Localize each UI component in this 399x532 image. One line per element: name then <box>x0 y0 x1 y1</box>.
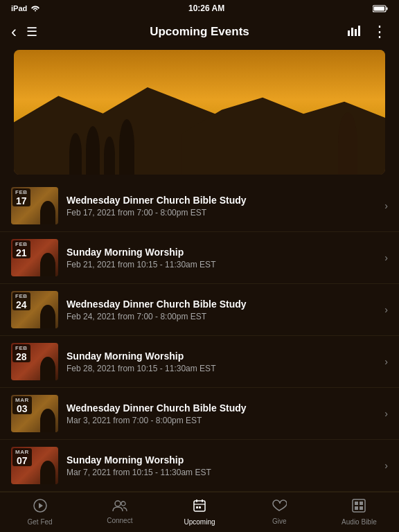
event-day: 03 <box>17 404 28 414</box>
event-date-badge: FEB 21 <box>12 240 30 258</box>
event-info: Wednesday Dinner Church Bible Study Feb … <box>66 299 376 321</box>
event-thumbnail: FEB 17 <box>11 187 58 224</box>
get-fed-icon <box>33 499 47 516</box>
tab-get-fed-label: Get Fed <box>28 518 53 526</box>
tab-audio-bible-label: Audio Bible <box>342 518 377 526</box>
tab-get-fed[interactable]: Get Fed <box>0 496 80 529</box>
chevron-right-icon: › <box>384 200 388 211</box>
event-title: Wednesday Dinner Church Bible Study <box>66 299 376 310</box>
event-info: Wednesday Dinner Church Bible Study Feb … <box>66 195 376 218</box>
nav-right: ⋮ <box>347 23 388 41</box>
event-thumbnail: FEB 21 <box>11 239 58 276</box>
chevron-right-icon: › <box>384 460 388 471</box>
event-thumbnail: MAR 07 <box>11 447 58 484</box>
svg-rect-5 <box>355 29 357 36</box>
chevron-right-icon: › <box>384 356 388 367</box>
analytics-icon[interactable] <box>347 25 361 39</box>
event-datetime: Mar 7, 2021 from 10:15 - 11:30am EST <box>66 468 376 477</box>
tab-audio-bible[interactable]: Audio Bible <box>319 496 399 529</box>
event-info: Wednesday Dinner Church Bible Study Mar … <box>66 402 376 425</box>
chevron-right-icon: › <box>384 408 388 419</box>
svg-rect-3 <box>348 30 350 36</box>
tab-upcoming[interactable]: Upcoming <box>159 496 239 529</box>
status-bar: iPad 10:26 AM <box>0 0 399 17</box>
svg-rect-16 <box>199 506 201 508</box>
svg-point-10 <box>121 502 125 506</box>
event-datetime: Feb 17, 2021 from 7:00 - 8:00pm EST <box>66 208 376 218</box>
tab-upcoming-label: Upcoming <box>184 518 215 526</box>
event-list: FEB 17 Wednesday Dinner Church Bible Stu… <box>0 180 399 495</box>
event-thumbnail: FEB 24 <box>11 291 58 328</box>
event-day: 17 <box>16 196 27 206</box>
back-button[interactable] <box>11 22 17 42</box>
event-day: 21 <box>16 248 27 258</box>
event-day: 28 <box>16 352 27 362</box>
event-date-badge: MAR 07 <box>12 448 32 466</box>
menu-button[interactable] <box>26 24 37 39</box>
tab-give[interactable]: Give <box>240 497 319 528</box>
chevron-right-icon: › <box>384 304 388 315</box>
event-day: 24 <box>16 300 27 310</box>
event-item[interactable]: FEB 17 Wednesday Dinner Church Bible Stu… <box>0 180 399 232</box>
event-thumbnail: MAR 03 <box>11 395 58 432</box>
event-title: Sunday Morning Worship <box>66 454 376 466</box>
svg-rect-20 <box>355 506 358 510</box>
svg-point-9 <box>115 501 121 506</box>
event-datetime: Feb 24, 2021 from 7:00 - 8:00pm EST <box>66 312 376 321</box>
status-left: iPad <box>11 4 40 12</box>
svg-rect-11 <box>194 501 205 511</box>
nav-left <box>11 22 37 42</box>
status-right <box>373 5 388 12</box>
status-time: 10:26 AM <box>188 3 224 13</box>
svg-rect-18 <box>355 502 358 505</box>
event-info: Sunday Morning Worship Feb 21, 2021 from… <box>66 247 376 269</box>
tab-bar: Get Fed Connect Upcoming <box>0 492 399 532</box>
event-datetime: Feb 28, 2021 from 10:15 - 11:30am EST <box>66 364 376 373</box>
event-datetime: Feb 21, 2021 from 10:15 - 11:30am EST <box>66 260 376 269</box>
event-title: Wednesday Dinner Church Bible Study <box>66 195 376 206</box>
carrier-label: iPad <box>11 4 27 12</box>
tab-connect-label: Connect <box>107 517 132 524</box>
event-title: Sunday Morning Worship <box>66 351 376 362</box>
svg-rect-15 <box>196 506 198 508</box>
hero-image <box>14 50 385 175</box>
more-button[interactable]: ⋮ <box>372 23 388 41</box>
svg-marker-8 <box>39 503 43 508</box>
wifi-icon <box>30 5 40 12</box>
event-title: Wednesday Dinner Church Bible Study <box>66 402 376 414</box>
tab-connect[interactable]: Connect <box>80 497 159 527</box>
page-title: Upcoming Events <box>150 25 249 39</box>
event-item[interactable]: FEB 21 Sunday Morning Worship Feb 21, 20… <box>0 232 399 284</box>
event-datetime: Mar 3, 2021 from 7:00 - 8:00pm EST <box>66 416 376 425</box>
event-date-badge: FEB 17 <box>12 188 30 206</box>
svg-rect-2 <box>386 7 387 10</box>
event-day: 07 <box>17 456 28 466</box>
event-title: Sunday Morning Worship <box>66 247 376 258</box>
event-item[interactable]: MAR 07 Sunday Morning Worship Mar 7, 202… <box>0 440 399 492</box>
event-date-badge: FEB 24 <box>12 292 30 310</box>
svg-rect-4 <box>351 28 353 36</box>
svg-rect-1 <box>373 6 384 10</box>
svg-rect-19 <box>360 502 363 505</box>
svg-rect-21 <box>360 506 363 510</box>
svg-rect-6 <box>358 26 360 36</box>
chevron-right-icon: › <box>384 252 388 263</box>
event-thumbnail: FEB 28 <box>11 343 58 380</box>
tab-give-label: Give <box>272 517 287 525</box>
audio-bible-icon <box>352 499 366 516</box>
upcoming-icon <box>193 499 206 516</box>
event-item[interactable]: FEB 28 Sunday Morning Worship Feb 28, 20… <box>0 336 399 388</box>
give-icon <box>272 499 287 515</box>
event-info: Sunday Morning Worship Mar 7, 2021 from … <box>66 454 376 477</box>
event-item[interactable]: MAR 03 Wednesday Dinner Church Bible Stu… <box>0 388 399 440</box>
connect-icon <box>112 500 127 515</box>
nav-bar: Upcoming Events ⋮ <box>0 17 399 47</box>
event-date-badge: MAR 03 <box>12 396 32 414</box>
event-date-badge: FEB 28 <box>12 344 30 362</box>
event-item[interactable]: FEB 24 Wednesday Dinner Church Bible Stu… <box>0 284 399 336</box>
event-info: Sunday Morning Worship Feb 28, 2021 from… <box>66 351 376 373</box>
battery-icon <box>373 5 388 12</box>
svg-rect-17 <box>353 499 365 512</box>
